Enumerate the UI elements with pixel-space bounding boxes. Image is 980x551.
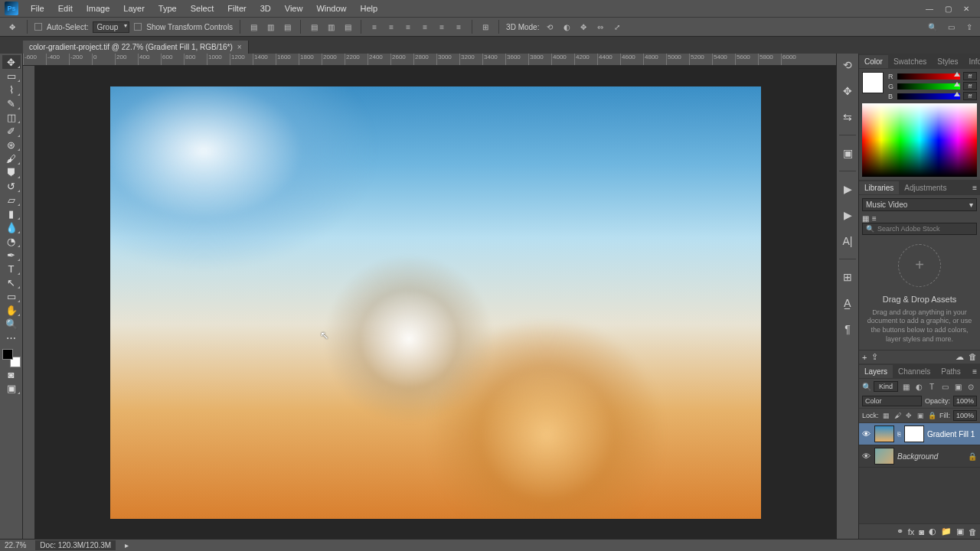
healing-tool[interactable]: ⊛: [2, 138, 21, 152]
tab-adjustments[interactable]: Adjustments: [899, 181, 952, 194]
visibility-toggle-icon[interactable]: 👁: [862, 452, 871, 461]
screen-mode-tool[interactable]: ▣: [2, 381, 21, 395]
filter-type-dropdown[interactable]: Kind: [874, 381, 898, 392]
stamp-tool[interactable]: ⛊: [2, 165, 21, 179]
lock-artboard-icon[interactable]: ▣: [916, 411, 925, 420]
pen-tool[interactable]: ✒: [2, 248, 21, 262]
libraries-panel-menu-icon[interactable]: ≡: [969, 184, 980, 192]
3d-slide-icon[interactable]: ⇔: [594, 21, 606, 33]
align-right-icon[interactable]: ▤: [281, 21, 293, 33]
3d-orbit-icon[interactable]: ⟲: [544, 21, 556, 33]
align-left-icon[interactable]: ▤: [247, 21, 260, 33]
align-top-icon[interactable]: ▤: [308, 21, 320, 33]
zoom-level[interactable]: 22.7%: [5, 541, 26, 549]
paragraph-panel-icon[interactable]: ▶: [839, 207, 856, 223]
add-graphic-icon[interactable]: ⇪: [871, 352, 878, 362]
auto-align-icon[interactable]: ⊞: [479, 21, 492, 33]
actions-panel-icon[interactable]: ▣: [839, 145, 856, 161]
quick-mask-tool[interactable]: ◙: [2, 367, 21, 381]
shape-tool[interactable]: ▭: [2, 289, 21, 303]
notes-panel-icon[interactable]: ¶: [839, 321, 856, 337]
3d-roll-icon[interactable]: ◐: [560, 21, 573, 33]
add-content-icon[interactable]: +: [862, 353, 867, 362]
distribute-hcenter-icon[interactable]: ≡: [436, 21, 448, 33]
filter-adjust-icon[interactable]: ◐: [913, 381, 924, 392]
distribute-bottom-icon[interactable]: ≡: [402, 21, 414, 33]
tab-color[interactable]: Color: [859, 55, 888, 68]
document-canvas[interactable]: [35, 66, 836, 539]
eyedropper-tool[interactable]: ✐: [2, 124, 21, 138]
distribute-top-icon[interactable]: ≡: [368, 21, 381, 33]
hand-tool[interactable]: ✋: [2, 303, 21, 317]
lock-transparency-icon[interactable]: ▦: [882, 411, 890, 420]
document-tab[interactable]: color-gradient-project.tif @ 22.7% (Grad…: [23, 41, 249, 54]
tab-close-icon[interactable]: ×: [237, 43, 242, 51]
library-dropdown[interactable]: Music Video▾: [862, 198, 977, 211]
info-panel-icon[interactable]: A̲: [839, 295, 856, 311]
glyphs-panel-icon[interactable]: A|: [839, 233, 856, 249]
history-panel-icon[interactable]: ⟲: [839, 57, 856, 73]
menu-window[interactable]: Window: [310, 2, 352, 15]
menu-image[interactable]: Image: [80, 2, 116, 15]
document-info[interactable]: Doc: 120.3M/120.3M: [35, 540, 116, 550]
menu-type[interactable]: Type: [152, 2, 183, 15]
align-center-h-icon[interactable]: ▥: [264, 21, 276, 33]
navigator-panel-icon[interactable]: ⊞: [839, 269, 856, 285]
delete-icon[interactable]: 🗑: [969, 352, 977, 362]
show-transform-checkbox[interactable]: [134, 23, 142, 31]
blend-mode-dropdown[interactable]: Color: [862, 396, 922, 406]
blur-tool[interactable]: 💧: [2, 220, 21, 234]
lock-position-icon[interactable]: ✥: [905, 411, 913, 420]
b-value[interactable]: ff: [963, 92, 977, 100]
3d-pan-icon[interactable]: ✥: [577, 21, 590, 33]
layer-fx-icon[interactable]: fx: [908, 527, 915, 536]
layer-background[interactable]: 👁 Background 🔒: [859, 445, 980, 468]
lock-pixels-icon[interactable]: 🖌: [893, 411, 902, 420]
visibility-toggle-icon[interactable]: 👁: [862, 429, 871, 439]
r-value[interactable]: ff: [963, 72, 977, 80]
menu-file[interactable]: File: [24, 2, 51, 15]
align-center-v-icon[interactable]: ▥: [325, 21, 337, 33]
layers-panel-menu-icon[interactable]: ≡: [969, 367, 980, 376]
g-slider[interactable]: [897, 83, 960, 90]
filter-type-icon[interactable]: T: [926, 381, 937, 392]
fill-value[interactable]: 100%: [953, 410, 977, 421]
crop-tool[interactable]: ◫: [2, 110, 21, 124]
close-window-button[interactable]: ✕: [957, 2, 975, 15]
eraser-tool[interactable]: ▱: [2, 193, 21, 207]
sync-icon[interactable]: ☁: [956, 352, 964, 362]
color-swatches[interactable]: [2, 349, 21, 367]
lasso-tool[interactable]: ⌇: [2, 83, 21, 96]
history-brush-tool[interactable]: ↺: [2, 179, 21, 193]
edit-toolbar[interactable]: ⋯: [2, 331, 21, 344]
tab-paths[interactable]: Paths: [936, 365, 966, 378]
add-asset-circle[interactable]: +: [898, 244, 941, 287]
foreground-color-swatch[interactable]: [2, 349, 13, 360]
menu-layer[interactable]: Layer: [117, 2, 151, 15]
type-tool[interactable]: T: [2, 262, 21, 276]
menu-edit[interactable]: Edit: [52, 2, 79, 15]
tab-styles[interactable]: Styles: [932, 55, 963, 68]
path-select-tool[interactable]: ↖: [2, 276, 21, 289]
distribute-right-icon[interactable]: ≡: [452, 21, 465, 33]
auto-select-checkbox[interactable]: [34, 23, 42, 31]
list-view-icon[interactable]: ≡: [872, 214, 877, 223]
r-slider[interactable]: [897, 73, 960, 80]
filter-shape-icon[interactable]: ▭: [939, 381, 950, 392]
menu-help[interactable]: Help: [354, 2, 384, 15]
layer-thumbnail[interactable]: [874, 425, 894, 442]
auto-select-dropdown[interactable]: Group: [93, 21, 129, 33]
layer-gradient-fill[interactable]: 👁 ⎘ Gradient Fill 1: [859, 423, 980, 445]
layer-name[interactable]: Gradient Fill 1: [927, 430, 977, 439]
group-icon[interactable]: 📁: [941, 527, 952, 536]
character-panel-icon[interactable]: ▶: [839, 181, 856, 197]
color-panel-swatch[interactable]: [862, 72, 884, 93]
menu-3d[interactable]: 3D: [254, 2, 277, 15]
brush-tool[interactable]: 🖌: [2, 152, 21, 165]
workspace-icon[interactable]: ▭: [945, 21, 957, 33]
tab-swatches[interactable]: Swatches: [888, 55, 932, 68]
library-search-input[interactable]: 🔍Search Adobe Stock: [862, 223, 977, 235]
layer-mask-icon[interactable]: ◙: [919, 527, 924, 536]
distribute-left-icon[interactable]: ≡: [419, 21, 431, 33]
share-icon[interactable]: ⇪: [963, 21, 975, 33]
